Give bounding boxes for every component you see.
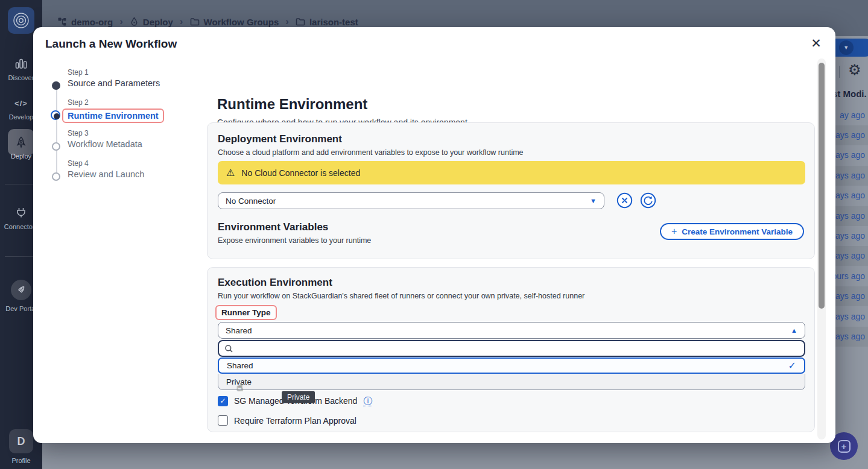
refresh-connectors-button[interactable] — [640, 192, 656, 209]
checkbox-label: Require Terraform Plan Approval — [234, 416, 356, 426]
section-subtitle: Run your workflow on StackGuardian's sha… — [218, 292, 584, 300]
breadcrumb-workflow-groups[interactable]: Workflow Groups — [190, 17, 279, 27]
modal-title: Launch a New Workflow — [45, 37, 177, 51]
sidebar-divider — [5, 184, 37, 184]
step-dot-active — [51, 110, 60, 120]
execution-environment-card: Execution Environment Run your workflow … — [207, 267, 815, 432]
runner-option-private[interactable]: Private — [218, 374, 805, 390]
connector-select[interactable]: No Connector ▼ — [218, 192, 604, 209]
step-dot-done — [52, 81, 60, 90]
step-name: Source and Parameters — [68, 78, 160, 88]
step-name-highlighted: Runtime Environment — [62, 109, 164, 123]
step-4-review-and-launch[interactable]: Step 4 Review and Launch — [49, 159, 144, 179]
folder-icon — [296, 17, 305, 26]
close-icon[interactable]: ✕ — [808, 35, 825, 52]
check-icon: ✓ — [788, 360, 796, 371]
breadcrumb: demo-org › Deploy › Workflow Groups › — [58, 16, 358, 28]
step-1-source-and-parameters[interactable]: Step 1 Source and Parameters — [49, 68, 160, 88]
chevron-up-icon: ▲ — [791, 327, 797, 334]
breadcrumb-deploy[interactable]: Deploy — [130, 17, 173, 27]
step-name: Review and Launch — [68, 169, 144, 179]
refresh-icon — [640, 192, 656, 209]
app-logo[interactable] — [8, 7, 34, 34]
create-environment-variable-button[interactable]: + Create Environment Variable — [660, 223, 804, 240]
org-icon — [58, 17, 67, 27]
step-number: Step 4 — [68, 159, 144, 168]
toolbar-divider — [839, 66, 840, 78]
plus-icon: + — [838, 440, 851, 453]
no-connector-warning-banner: ⚠ No Cloud Connector is selected — [218, 161, 805, 184]
cursor-hand-icon: ☝ — [236, 381, 242, 394]
checkbox-checked[interactable]: ✓ — [218, 396, 228, 406]
code-icon: </> — [14, 99, 28, 108]
last-modified-column-header: st Modi. — [832, 89, 867, 99]
search-icon — [224, 344, 233, 353]
launch-workflow-modal: Launch a New Workflow ✕ Step 1 Source an… — [33, 27, 835, 443]
section-title: Deployment Environment — [218, 133, 524, 145]
info-icon[interactable]: ⓘ — [363, 395, 372, 406]
chevron-right-icon: › — [178, 16, 185, 28]
runner-type-label: Runner Type — [215, 305, 277, 320]
modal-scrollbar-thumb[interactable] — [819, 63, 825, 309]
caret-down-icon: ▼ — [839, 40, 854, 55]
modal-scrollbar-track[interactable] — [817, 58, 826, 439]
step-number: Step 3 — [68, 129, 142, 137]
breadcrumb-org[interactable]: demo-org — [58, 17, 113, 27]
step-3-workflow-metadata[interactable]: Step 3 Workflow Metadata — [49, 129, 142, 149]
x-circle-icon — [616, 192, 633, 209]
breadcrumb-org-label: demo-org — [71, 17, 113, 27]
step-number: Step 1 — [68, 68, 160, 77]
step-2-runtime-environment[interactable]: Step 2 Runtime Environment — [49, 98, 164, 123]
option-label: Shared — [227, 361, 253, 370]
warning-text: No Cloud Connector is selected — [241, 168, 360, 178]
step-name: Workflow Metadata — [68, 139, 142, 149]
checkbox-unchecked[interactable] — [218, 415, 228, 426]
breadcrumb-current-label: larison-test — [309, 17, 358, 27]
step-number: Step 2 — [68, 98, 164, 107]
chevron-down-icon: ▼ — [590, 197, 597, 204]
chevron-right-icon: › — [118, 16, 125, 28]
sidebar-divider — [5, 256, 37, 257]
dev-portal-rocket-icon — [11, 280, 31, 300]
screen: demo-org › Deploy › Workflow Groups › — [0, 0, 868, 469]
deployment-environment-card: Deployment Environment Choose a cloud pl… — [207, 122, 815, 259]
chevron-right-icon: › — [284, 16, 291, 28]
section-subtitle: Choose a cloud platform and add environm… — [218, 148, 524, 157]
droplet-icon — [130, 17, 139, 27]
connector-select-value: No Connector — [226, 197, 276, 206]
create-env-var-label: Create Environment Variable — [682, 227, 793, 236]
step-dot-todo — [52, 142, 60, 151]
logo-icon — [12, 11, 30, 30]
section-title: Execution Environment — [218, 277, 584, 289]
breadcrumb-current[interactable]: larison-test — [296, 17, 358, 27]
private-tooltip: Private — [282, 391, 315, 403]
step-dot-todo — [52, 172, 60, 181]
settings-gear-icon[interactable]: ⚙ — [848, 63, 861, 77]
runner-type-select[interactable]: Shared ▲ — [218, 322, 805, 339]
runner-option-shared[interactable]: Shared ✓ — [218, 357, 805, 374]
sidebar-item-label: Profile — [0, 457, 42, 464]
breadcrumb-workflow-groups-label: Workflow Groups — [204, 17, 279, 27]
avatar: D — [9, 429, 33, 453]
warning-icon: ⚠ — [226, 168, 235, 178]
runner-search-input[interactable] — [218, 340, 805, 357]
plus-icon: + — [671, 226, 677, 237]
clear-connector-button[interactable] — [616, 192, 633, 209]
require-plan-approval-row: Require Terraform Plan Approval — [218, 415, 356, 426]
folder-icon — [190, 17, 200, 26]
section-title: Environment Variables — [218, 221, 371, 233]
page-title: Runtime Environment — [217, 96, 367, 113]
breadcrumb-deploy-label: Deploy — [143, 17, 173, 27]
runner-type-value: Shared — [226, 326, 252, 335]
section-subtitle: Expose environment variables to your run… — [218, 236, 371, 245]
